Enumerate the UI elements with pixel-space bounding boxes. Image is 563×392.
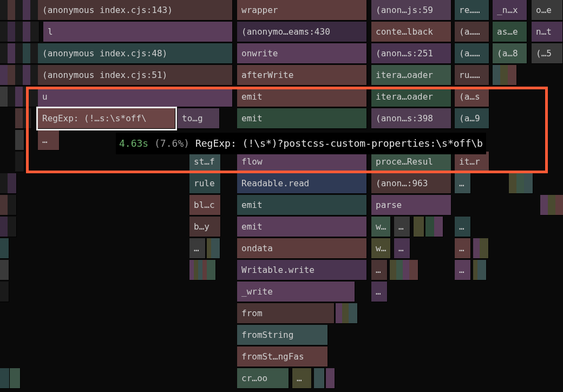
flame-frame[interactable]: (anon…s:251 — [371, 43, 451, 64]
flame-frame[interactable]: … — [292, 368, 312, 389]
flame-frame[interactable]: _write — [237, 282, 355, 302]
flame-frame[interactable]: w… — [371, 238, 391, 259]
flame-frame[interactable]: wrapper — [237, 0, 367, 21]
flame-frame[interactable] — [555, 195, 563, 215]
flame-frame[interactable]: rule — [189, 173, 221, 194]
flame-frame[interactable]: onwrite — [237, 43, 367, 64]
flame-frame[interactable]: w… — [371, 217, 391, 237]
flame-frame[interactable]: from — [237, 303, 335, 324]
flame-frame[interactable]: … — [371, 260, 388, 280]
flame-row: uemititera…oader(a…s — [0, 87, 563, 108]
flame-frame[interactable]: (a…18 — [455, 22, 489, 42]
flame-frame[interactable] — [425, 217, 435, 237]
flame-frame[interactable]: as…e — [493, 22, 527, 42]
flame-frame[interactable] — [8, 195, 17, 215]
flame-row: from — [0, 303, 563, 325]
flame-frame[interactable]: emit — [237, 195, 367, 215]
flame-frame[interactable] — [508, 65, 517, 86]
flame-frame[interactable]: itera…oader — [371, 65, 451, 86]
flame-row: b…yemitw……… — [0, 217, 563, 238]
flame-frame[interactable]: l — [43, 22, 233, 42]
flame-frame[interactable] — [434, 217, 443, 237]
flame-row: bl…cemitparse — [0, 195, 563, 217]
flame-frame[interactable]: parse — [371, 195, 451, 215]
flame-frame[interactable]: … — [455, 173, 471, 194]
flame-frame[interactable]: (anonymous index.cjs:51) — [38, 65, 233, 86]
flame-frame[interactable]: to…g — [178, 108, 220, 129]
flame-frame[interactable]: flow — [237, 152, 367, 172]
flame-frame[interactable] — [0, 368, 10, 389]
flame-frame[interactable] — [477, 260, 487, 280]
flame-frame[interactable]: (a…8 — [493, 43, 527, 64]
flame-frame[interactable] — [480, 238, 489, 259]
flame-frame[interactable] — [409, 260, 418, 280]
flame-frame[interactable]: ru…ck — [455, 65, 489, 86]
flame-frame[interactable] — [0, 260, 9, 280]
flame-frame[interactable] — [23, 108, 32, 129]
flame-frame[interactable]: b…y — [189, 217, 221, 237]
flame-frame[interactable]: emit — [237, 217, 367, 237]
flame-frame[interactable]: (anonymous index.cjs:143) — [38, 0, 233, 21]
flame-frame[interactable]: … — [455, 217, 471, 237]
flame-row: _write… — [0, 282, 563, 303]
flame-frame[interactable] — [10, 368, 21, 389]
flame-frame[interactable]: … — [394, 238, 410, 259]
flame-frame[interactable]: … — [394, 217, 410, 237]
flame-frame[interactable]: … — [371, 282, 388, 302]
flame-frame[interactable]: it…r — [455, 152, 489, 172]
flame-frame[interactable]: (anonymous index.cjs:48) — [38, 43, 233, 64]
flame-frame[interactable]: fromString — [237, 325, 328, 345]
flame-frame[interactable]: (a…s — [455, 87, 489, 107]
flame-frame[interactable] — [414, 217, 424, 237]
flame-frame[interactable]: afterWrite — [237, 65, 367, 86]
flame-frame[interactable]: (…5 — [532, 43, 563, 64]
flame-frame[interactable]: st…f — [189, 152, 221, 172]
flame-frame[interactable] — [8, 173, 17, 194]
flame-frame[interactable]: (anon…js:59 — [371, 0, 451, 21]
flame-frame[interactable]: Writable.write — [237, 260, 367, 280]
flame-frame[interactable] — [0, 238, 9, 259]
flame-frame[interactable]: re…os — [455, 0, 489, 21]
flame-frame[interactable]: emit — [237, 108, 367, 129]
flame-frame[interactable] — [15, 130, 24, 151]
flame-frame[interactable]: … — [189, 238, 206, 259]
flame-frame[interactable]: _n…x — [493, 0, 527, 21]
flame-row: fromString — [0, 325, 563, 347]
flame-frame[interactable]: (a…9 — [455, 108, 489, 129]
flame-frame[interactable]: cr…oo — [237, 368, 289, 389]
flame-frame[interactable] — [207, 260, 216, 280]
flame-frame[interactable]: (a…93 — [455, 43, 489, 64]
flame-frame[interactable] — [30, 22, 40, 42]
flame-frame[interactable]: (anon…s:398 — [371, 108, 451, 129]
flame-frame[interactable] — [0, 282, 9, 302]
flame-frame[interactable] — [524, 173, 533, 194]
flame-frame[interactable]: fromSt…ngFas — [237, 347, 328, 367]
flame-frame[interactable]: RegExp: (!…s:\s*off\ — [38, 108, 175, 129]
flame-frame[interactable]: ondata — [237, 238, 367, 259]
flame-frame[interactable]: u — [38, 87, 233, 107]
flame-frame[interactable] — [349, 303, 358, 324]
flame-frame[interactable]: proce…Resul — [371, 152, 451, 172]
flame-frame[interactable] — [326, 368, 335, 389]
flame-frame[interactable]: (anonymo…eams:430 — [237, 22, 367, 42]
flame-row: RegExp: (!…s:\s*off\to…gemit(anon…s:398(… — [0, 108, 563, 130]
tooltip-percent: (7.6%) — [154, 138, 189, 149]
flame-frame[interactable]: Readable.read — [237, 173, 367, 194]
flame-frame[interactable]: conte…lback — [371, 22, 451, 42]
flame-frame[interactable]: (anon…:963 — [371, 173, 451, 194]
flame-frame[interactable]: … — [38, 130, 60, 151]
flame-frame[interactable]: … — [455, 238, 471, 259]
flame-frame[interactable]: … — [455, 260, 471, 280]
flame-frame[interactable]: emit — [237, 87, 367, 107]
flame-row: l(anonymo…eams:430conte…lback(a…18as…en…… — [0, 22, 563, 43]
flame-frame[interactable]: n…t — [532, 22, 563, 42]
flame-frame[interactable]: o…e — [532, 0, 563, 21]
flame-frame[interactable] — [314, 368, 325, 389]
flame-frame[interactable] — [15, 152, 24, 172]
flame-row: cr…oo… — [0, 368, 563, 390]
flame-frame[interactable] — [211, 238, 220, 259]
flame-frame[interactable]: itera…oader — [371, 87, 451, 107]
flame-frame[interactable]: bl…c — [189, 195, 221, 215]
flame-frame[interactable] — [8, 217, 17, 237]
flame-row: fromSt…ngFas — [0, 347, 563, 368]
